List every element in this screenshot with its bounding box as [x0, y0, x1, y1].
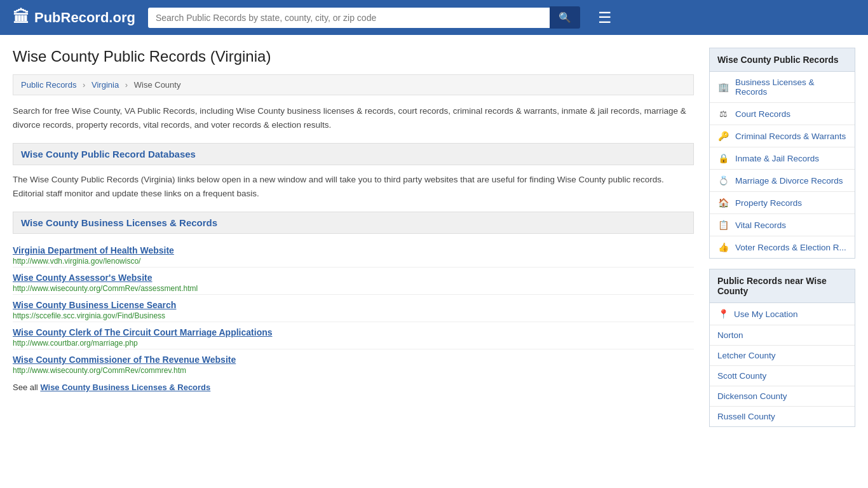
sidebar-record-label: Court Records: [735, 109, 790, 119]
breadcrumb-public-records[interactable]: Public Records: [21, 80, 76, 90]
see-all-area: See all Wise County Business Licenses & …: [13, 383, 694, 392]
sidebar-nearby-body: 📍 Use My Location NortonLetcher CountySc…: [709, 303, 855, 427]
sidebar-public-records-header: Wise County Public Records: [709, 48, 855, 72]
see-all-link[interactable]: Wise County Business Licenses & Records: [40, 383, 210, 392]
sidebar-records-item[interactable]: 💍 Marriage & Divorce Records: [710, 170, 855, 192]
sidebar-records-item[interactable]: 🏢 Business Licenses & Records: [710, 72, 855, 103]
sidebar-nearby-section: Public Records near Wise County 📍 Use My…: [709, 269, 855, 427]
sidebar-record-label: Inmate & Jail Records: [735, 154, 819, 163]
sidebar-records-item[interactable]: 👍 Voter Records & Election R...: [710, 236, 855, 258]
nearby-place-link[interactable]: Dickenson County: [710, 386, 855, 407]
search-icon: 🔍: [559, 12, 571, 23]
sidebar-record-label: Marriage & Divorce Records: [735, 176, 843, 186]
record-link[interactable]: Wise County Clerk of The Circuit Court M…: [13, 327, 694, 337]
record-entry: Wise County Commissioner of The Revenue …: [13, 349, 694, 376]
record-url: http://www.courtbar.org/marriage.php: [13, 339, 694, 348]
record-link[interactable]: Virginia Department of Health Website: [13, 245, 694, 255]
sidebar-record-icon: 👍: [717, 242, 729, 252]
sidebar-record-icon: 📋: [717, 220, 729, 230]
db-section-header: Wise County Public Record Databases: [13, 143, 694, 165]
main-container: Wise County Public Records (Virginia) Pu…: [0, 35, 868, 450]
use-my-location-button[interactable]: 📍 Use My Location: [710, 303, 855, 325]
sidebar-records-body: 🏢 Business Licenses & Records ⚖ Court Re…: [709, 72, 855, 259]
record-url: http://www.vdh.virginia.gov/lenowisco/: [13, 257, 694, 266]
sidebar-records-item[interactable]: 🏠 Property Records: [710, 192, 855, 214]
nearby-places-list: NortonLetcher CountyScott CountyDickenso…: [710, 325, 855, 426]
page-title: Wise County Public Records (Virginia): [13, 48, 694, 65]
sidebar-record-label: Voter Records & Election R...: [735, 243, 846, 252]
logo-area[interactable]: 🏛 PubRecord.org: [13, 8, 135, 27]
menu-button[interactable]: ☰: [598, 9, 612, 27]
sidebar-records-item[interactable]: 🔑 Criminal Records & Warrants: [710, 125, 855, 147]
search-input[interactable]: [148, 8, 550, 28]
db-description: The Wise County Public Records (Virginia…: [13, 173, 694, 200]
business-section-header: Wise County Business Licenses & Records: [13, 212, 694, 234]
hamburger-icon: ☰: [598, 9, 612, 26]
records-list: Virginia Department of Health Website ht…: [13, 240, 694, 376]
record-link[interactable]: Wise County Business License Search: [13, 300, 694, 310]
record-entry: Virginia Department of Health Website ht…: [13, 240, 694, 268]
record-entry: Wise County Assessor's Website http://ww…: [13, 268, 694, 295]
logo-text: PubRecord.org: [34, 10, 135, 26]
record-url: http://www.wisecounty.org/CommRev/assess…: [13, 284, 694, 293]
location-icon: 📍: [717, 309, 729, 319]
record-url: http://www.wisecounty.org/CommRev/commre…: [13, 366, 694, 375]
sidebar-records-item[interactable]: 🔒 Inmate & Jail Records: [710, 147, 855, 170]
sidebar-record-icon: ⚖: [717, 109, 729, 119]
sidebar-record-label: Vital Records: [735, 220, 786, 230]
search-area: 🔍: [148, 6, 580, 29]
nearby-place-link[interactable]: Norton: [710, 325, 855, 346]
breadcrumb-sep-1: ›: [83, 80, 85, 90]
sidebar-record-icon: 💍: [717, 175, 729, 186]
building-icon: 🏛: [13, 8, 29, 27]
record-link[interactable]: Wise County Assessor's Website: [13, 273, 694, 283]
content-area: Wise County Public Records (Virginia) Pu…: [13, 48, 694, 437]
breadcrumb-current: Wise County: [134, 80, 181, 90]
sidebar-record-icon: 🔒: [717, 153, 729, 163]
sidebar-record-label: Property Records: [735, 198, 802, 208]
nearby-place-link[interactable]: Russell County: [710, 407, 855, 426]
breadcrumb-sep-2: ›: [125, 80, 128, 90]
sidebar-nearby-header: Public Records near Wise County: [709, 269, 855, 303]
breadcrumb-virginia[interactable]: Virginia: [92, 80, 119, 90]
search-button[interactable]: 🔍: [550, 6, 580, 29]
record-url: https://sccefile.scc.virginia.gov/Find/B…: [13, 311, 694, 320]
sidebar-public-records-section: Wise County Public Records 🏢 Business Li…: [709, 48, 855, 259]
sidebar: Wise County Public Records 🏢 Business Li…: [709, 48, 855, 437]
nearby-place-link[interactable]: Letcher County: [710, 346, 855, 366]
sidebar-record-icon: 🏠: [717, 198, 729, 208]
header: 🏛 PubRecord.org 🔍 ☰: [0, 0, 868, 35]
see-all-label: See all: [13, 383, 38, 392]
sidebar-record-icon: 🔑: [717, 131, 729, 141]
sidebar-record-label: Criminal Records & Warrants: [735, 132, 846, 141]
sidebar-records-item[interactable]: ⚖ Court Records: [710, 103, 855, 125]
use-my-location-label: Use My Location: [734, 309, 798, 319]
record-link[interactable]: Wise County Commissioner of The Revenue …: [13, 355, 694, 365]
sidebar-record-label: Business Licenses & Records: [735, 78, 847, 97]
record-entry: Wise County Clerk of The Circuit Court M…: [13, 322, 694, 349]
breadcrumb: Public Records › Virginia › Wise County: [13, 74, 694, 95]
sidebar-record-icon: 🏢: [717, 82, 729, 92]
record-entry: Wise County Business License Search http…: [13, 295, 694, 322]
nearby-place-link[interactable]: Scott County: [710, 366, 855, 386]
sidebar-records-item[interactable]: 📋 Vital Records: [710, 214, 855, 236]
intro-text: Search for free Wise County, VA Public R…: [13, 104, 694, 132]
